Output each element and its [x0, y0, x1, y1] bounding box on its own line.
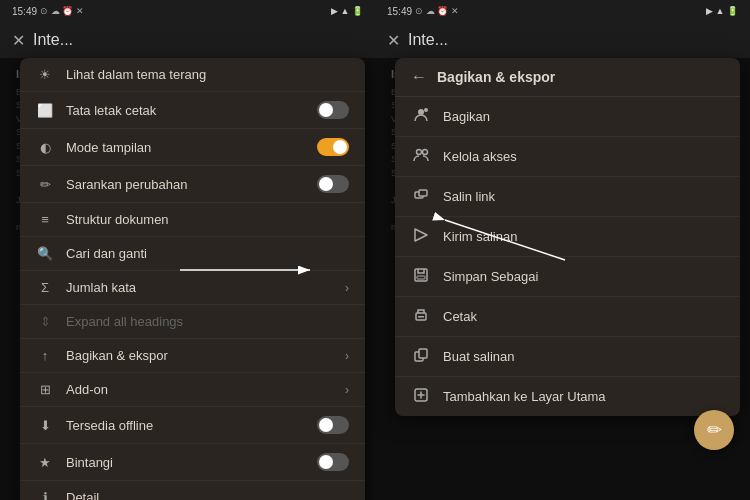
- offline-icon: ⬇: [36, 418, 54, 433]
- svg-point-5: [423, 150, 428, 155]
- submenu-item-cetak[interactable]: Cetak: [395, 297, 740, 337]
- tema-terang-icon: ☀: [36, 67, 54, 82]
- detail-icon: ℹ: [36, 490, 54, 500]
- menu-item-tema-terang[interactable]: ☀ Lihat dalam tema terang: [20, 58, 365, 92]
- menu-item-bagikan-label: Bagikan & ekspor: [66, 348, 333, 363]
- submenu-item-kirim[interactable]: Kirim salinan: [395, 217, 740, 257]
- left-status-time: 15:49 ⊙ ☁ ⏰ ✕: [12, 6, 84, 17]
- bagikan-arrow-icon: ›: [345, 349, 349, 363]
- submenu-item-cetak-label: Cetak: [443, 309, 477, 324]
- left-phone-panel: 15:49 ⊙ ☁ ⏰ ✕ ▶ ▲ 🔋 ✕ Inte... Investme..…: [0, 0, 375, 500]
- tata-letak-icon: ⬜: [36, 103, 54, 118]
- sarankan-icon: ✏: [36, 177, 54, 192]
- menu-item-bintangi-label: Bintangi: [66, 455, 305, 470]
- svg-point-4: [417, 150, 422, 155]
- submenu-item-tambahkan[interactable]: Tambahkan ke Layar Utama: [395, 377, 740, 416]
- submenu-item-simpan-label: Simpan Sebagai: [443, 269, 538, 284]
- menu-item-tata-letak-label: Tata letak cetak: [66, 103, 305, 118]
- left-close-button[interactable]: ✕: [12, 31, 25, 50]
- menu-item-struktur[interactable]: ≡ Struktur dokumen: [20, 203, 365, 237]
- print-icon: [411, 307, 431, 326]
- save-as-icon: [411, 267, 431, 286]
- bintangi-icon: ★: [36, 455, 54, 470]
- submenu-item-tambahkan-label: Tambahkan ke Layar Utama: [443, 389, 606, 404]
- svg-rect-9: [417, 276, 425, 279]
- menu-item-jumlah-kata[interactable]: Σ Jumlah kata ›: [20, 271, 365, 305]
- jumlah-icon: Σ: [36, 280, 54, 295]
- menu-item-mode-tampilan[interactable]: ◐ Mode tampilan: [20, 129, 365, 166]
- left-status-bar: 15:49 ⊙ ☁ ⏰ ✕ ▶ ▲ 🔋: [0, 0, 375, 22]
- left-dropdown-menu: ☀ Lihat dalam tema terang ⬜ Tata letak c…: [20, 58, 365, 500]
- duplicate-icon: [411, 347, 431, 366]
- menu-item-tata-letak[interactable]: ⬜ Tata letak cetak: [20, 92, 365, 129]
- svg-rect-11: [418, 316, 424, 318]
- right-app-title: Inte...: [408, 31, 448, 49]
- menu-item-mode-tampilan-label: Mode tampilan: [66, 140, 305, 155]
- expand-icon: ⇕: [36, 314, 54, 329]
- submenu-header: ← Bagikan & ekspor: [395, 58, 740, 97]
- bagikan-icon: ↑: [36, 348, 54, 363]
- menu-item-offline[interactable]: ⬇ Tersedia offline: [20, 407, 365, 444]
- menu-item-detail[interactable]: ℹ Detail: [20, 481, 365, 500]
- menu-item-cari-label: Cari dan ganti: [66, 246, 349, 261]
- submenu-item-kirim-label: Kirim salinan: [443, 229, 517, 244]
- struktur-icon: ≡: [36, 212, 54, 227]
- right-submenu: ← Bagikan & ekspor Bagikan Kelola akses …: [395, 58, 740, 416]
- submenu-item-simpan[interactable]: Simpan Sebagai: [395, 257, 740, 297]
- jumlah-arrow-icon: ›: [345, 281, 349, 295]
- copy-link-icon: [411, 187, 431, 206]
- add-home-screen-icon: [411, 387, 431, 406]
- right-app-header: ✕ Inte...: [375, 22, 750, 58]
- menu-item-tema-terang-label: Lihat dalam tema terang: [66, 67, 349, 82]
- submenu-item-salin-link-label: Salin link: [443, 189, 495, 204]
- submenu-item-salin-link[interactable]: Salin link: [395, 177, 740, 217]
- menu-item-expand-headings-label: Expand all headings: [66, 314, 349, 329]
- mode-tampilan-icon: ◐: [36, 140, 54, 155]
- menu-item-struktur-label: Struktur dokumen: [66, 212, 349, 227]
- menu-item-jumlah-kata-label: Jumlah kata: [66, 280, 333, 295]
- left-app-header: ✕ Inte...: [0, 22, 375, 58]
- menu-item-cari[interactable]: 🔍 Cari dan ganti: [20, 237, 365, 271]
- menu-item-expand-headings: ⇕ Expand all headings: [20, 305, 365, 339]
- svg-point-3: [424, 108, 428, 112]
- menu-item-sarankan[interactable]: ✏ Sarankan perubahan: [20, 166, 365, 203]
- manage-access-icon: [411, 147, 431, 166]
- submenu-item-bagikan[interactable]: Bagikan: [395, 97, 740, 137]
- menu-item-offline-label: Tersedia offline: [66, 418, 305, 433]
- bintangi-toggle[interactable]: [317, 453, 349, 471]
- submenu-item-buat-salinan[interactable]: Buat salinan: [395, 337, 740, 377]
- tata-letak-toggle[interactable]: [317, 101, 349, 119]
- left-app-title: Inte...: [33, 31, 73, 49]
- submenu-item-kelola[interactable]: Kelola akses: [395, 137, 740, 177]
- menu-item-bintangi[interactable]: ★ Bintangi: [20, 444, 365, 481]
- offline-toggle[interactable]: [317, 416, 349, 434]
- svg-point-2: [418, 109, 424, 115]
- submenu-title: Bagikan & ekspor: [437, 69, 555, 85]
- send-copy-icon: [411, 227, 431, 246]
- svg-rect-13: [419, 349, 427, 358]
- menu-item-sarankan-label: Sarankan perubahan: [66, 177, 305, 192]
- edit-fab-icon: ✏: [707, 419, 722, 441]
- cari-icon: 🔍: [36, 246, 54, 261]
- sarankan-toggle[interactable]: [317, 175, 349, 193]
- submenu-back-button[interactable]: ←: [411, 68, 427, 86]
- addon-arrow-icon: ›: [345, 383, 349, 397]
- right-status-bar: 15:49 ⊙ ☁ ⏰ ✕ ▶ ▲ 🔋: [375, 0, 750, 22]
- menu-item-bagikan[interactable]: ↑ Bagikan & ekspor ›: [20, 339, 365, 373]
- right-phone-panel: 15:49 ⊙ ☁ ⏰ ✕ ▶ ▲ 🔋 ✕ Inte... Investme..…: [375, 0, 750, 500]
- share-person-icon: [411, 107, 431, 126]
- submenu-item-buat-salinan-label: Buat salinan: [443, 349, 515, 364]
- menu-item-detail-label: Detail: [66, 490, 349, 500]
- right-close-button[interactable]: ✕: [387, 31, 400, 50]
- submenu-item-bagikan-label: Bagikan: [443, 109, 490, 124]
- submenu-item-kelola-label: Kelola akses: [443, 149, 517, 164]
- svg-rect-7: [419, 190, 427, 196]
- edit-fab-button[interactable]: ✏: [694, 410, 734, 450]
- addon-icon: ⊞: [36, 382, 54, 397]
- menu-item-addon-label: Add-on: [66, 382, 333, 397]
- mode-tampilan-toggle[interactable]: [317, 138, 349, 156]
- menu-item-addon[interactable]: ⊞ Add-on ›: [20, 373, 365, 407]
